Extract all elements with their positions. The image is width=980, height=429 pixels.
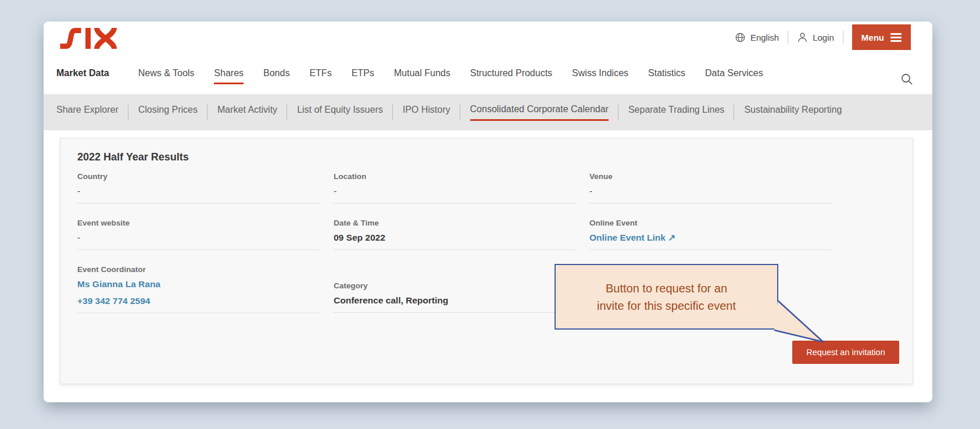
annotation-callout: Button to request for an invite for this… — [555, 264, 778, 330]
field-online-event: Online Event Online Event Link ↗ — [589, 215, 832, 250]
page-background: English Login Menu Market Data N — [0, 0, 980, 429]
external-link-icon: ↗ — [668, 233, 675, 242]
field-value: 09 Sep 2022 — [334, 232, 577, 244]
coordinator-phone-link[interactable]: +39 342 774 2594 — [77, 295, 320, 307]
field-label: Country — [77, 172, 320, 181]
event-detail-panel: 2022 Half Year Results Country - Event w… — [60, 138, 913, 384]
nav-item-shares[interactable]: Shares — [214, 68, 244, 84]
subnav-item-closing-prices[interactable]: Closing Prices — [128, 105, 208, 120]
language-selector[interactable]: English — [735, 32, 779, 43]
subnav-item-separate-trading-lines[interactable]: Separate Trading Lines — [618, 105, 734, 120]
login-button[interactable]: Login — [797, 32, 834, 43]
hamburger-icon — [890, 33, 902, 42]
field-value: - — [589, 185, 832, 197]
globe-icon — [735, 32, 746, 43]
annotation-text-line-1: Button to request for an — [606, 280, 727, 297]
user-icon — [797, 32, 808, 43]
language-label: English — [750, 33, 779, 42]
request-invitation-button[interactable]: Request an invitation — [792, 341, 899, 364]
field-country: Country - — [77, 169, 320, 203]
online-event-link-label: Online Event Link — [589, 233, 666, 242]
field-category: Category Conference call, Reporting — [334, 278, 577, 313]
subnav-item-sustainability-reporting[interactable]: Sustainability Reporting — [734, 105, 852, 120]
annotation-text-line-2: invite for this specific event — [597, 297, 736, 314]
event-title: 2022 Half Year Results — [77, 151, 189, 163]
field-label: Online Event — [589, 219, 832, 227]
menu-label: Menu — [861, 33, 884, 42]
site-card: English Login Menu Market Data N — [44, 22, 932, 402]
field-label: Event Coordinator — [77, 265, 320, 274]
field-location: Location - — [334, 169, 577, 203]
sub-navigation: Share Explorer Closing Prices Market Act… — [44, 94, 932, 130]
online-event-link[interactable]: Online Event Link ↗ — [589, 232, 832, 244]
subnav-item-ipo-history[interactable]: IPO History — [393, 105, 460, 120]
subnav-item-share-explorer[interactable]: Share Explorer — [56, 105, 128, 120]
nav-item-mutual-funds[interactable]: Mutual Funds — [394, 68, 450, 83]
subnav-item-market-activity[interactable]: Market Activity — [208, 105, 287, 120]
header-utility-bar: English Login Menu — [735, 24, 911, 50]
nav-item-market-data[interactable]: Market Data — [56, 68, 109, 83]
login-label: Login — [813, 33, 834, 42]
six-logo-icon — [58, 28, 120, 49]
field-value: Conference call, Reporting — [334, 295, 577, 306]
field-label: Category — [334, 281, 577, 290]
menu-button[interactable]: Menu — [852, 24, 911, 50]
header-separator — [788, 31, 788, 44]
nav-item-etps[interactable]: ETPs — [352, 68, 374, 83]
field-event-coordinator: Event Coordinator Ms Gianna La Rana +39 … — [77, 262, 320, 313]
field-label: Date & Time — [334, 219, 577, 227]
field-label: Location — [334, 172, 577, 181]
field-venue: Venue - — [589, 169, 832, 203]
detail-column-2: Location - Date & Time 09 Sep 2022 Categ… — [334, 169, 577, 313]
nav-item-swiss-indices[interactable]: Swiss Indices — [572, 68, 628, 83]
nav-item-etfs[interactable]: ETFs — [309, 68, 331, 83]
field-value: - — [334, 185, 577, 197]
nav-item-data-services[interactable]: Data Services — [705, 68, 763, 83]
field-date-time: Date & Time 09 Sep 2022 — [334, 215, 577, 250]
search-button[interactable] — [900, 73, 913, 85]
main-navigation: Market Data News & Tools Shares Bonds ET… — [56, 68, 763, 84]
detail-column-1: Country - Event website - Event Coordina… — [77, 169, 320, 313]
search-icon — [900, 73, 913, 85]
detail-column-3: Venue - Online Event Online Event Link ↗ — [589, 169, 832, 250]
field-label: Venue — [589, 172, 832, 181]
nav-item-bonds[interactable]: Bonds — [263, 68, 289, 83]
nav-item-news-tools[interactable]: News & Tools — [138, 68, 195, 83]
subnav-item-list-of-equity-issuers[interactable]: List of Equity Issuers — [287, 105, 393, 120]
nav-item-structured-products[interactable]: Structured Products — [470, 68, 552, 83]
coordinator-name-link[interactable]: Ms Gianna La Rana — [77, 278, 320, 290]
field-event-website: Event website - — [77, 215, 320, 250]
nav-item-statistics[interactable]: Statistics — [648, 68, 685, 83]
field-value: - — [77, 232, 320, 244]
subnav-item-consolidated-corporate-calendar[interactable]: Consolidated Corporate Calendar — [460, 104, 618, 121]
six-logo[interactable] — [58, 28, 120, 49]
header-separator — [843, 31, 843, 44]
field-value: - — [77, 185, 320, 197]
field-label: Event website — [77, 219, 320, 227]
